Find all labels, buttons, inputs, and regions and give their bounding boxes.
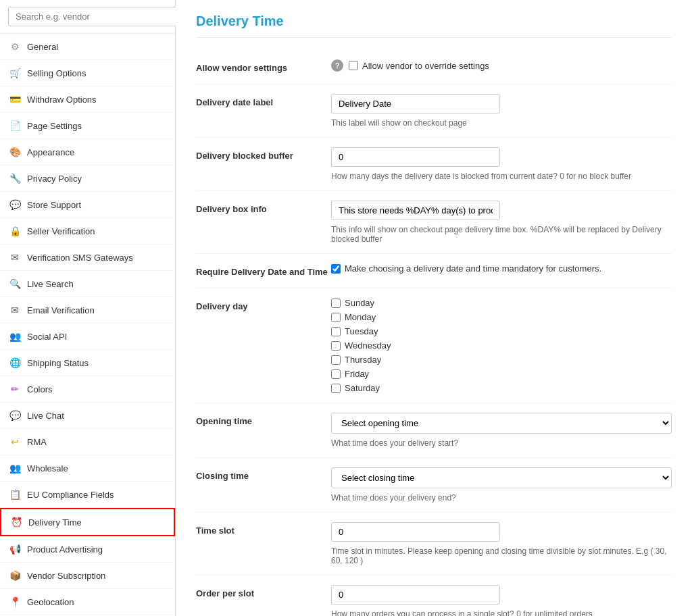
delivery-date-label-label: Delivery date label xyxy=(196,94,331,109)
sidebar-item-social-api[interactable]: 👥Social API xyxy=(0,324,175,350)
sidebar-item-label-appearance: Appearance xyxy=(27,147,74,157)
time-slot-input[interactable] xyxy=(331,522,500,542)
form-row-delivery-day: Delivery day SundayMondayTuesdayWednesda… xyxy=(196,288,672,403)
delivery-box-info-hint: This info will show on checkout page del… xyxy=(331,225,672,244)
form-row-closing-time: Closing time Select closing time What ti… xyxy=(196,458,672,513)
sidebar-item-geolocation[interactable]: 📍Geolocation xyxy=(0,589,175,615)
sidebar-item-live-search[interactable]: 🔍Live Search xyxy=(0,271,175,297)
allow-vendor-field: ? Allow vendor to override settings xyxy=(331,59,672,72)
delivery-time-icon: ⏰ xyxy=(9,515,23,529)
form-row-delivery-blocked-buffer: Delivery blocked buffer How many days th… xyxy=(196,138,672,191)
day-checkbox-monday[interactable] xyxy=(331,313,341,322)
sidebar-item-verification-sms[interactable]: ✉Verification SMS Gateways xyxy=(0,245,175,271)
day-text-thursday: Thursday xyxy=(345,355,381,365)
email-verification-icon: ✉ xyxy=(8,303,22,317)
closing-time-select[interactable]: Select closing time xyxy=(331,467,672,488)
day-checkbox-saturday[interactable] xyxy=(331,384,341,393)
delivery-date-label-hint: This label will show on checkout page xyxy=(331,118,672,128)
sidebar-item-label-eu-compliance: EU Compliance Fields xyxy=(27,490,114,500)
sidebar-item-label-live-chat: Live Chat xyxy=(27,411,64,421)
sidebar-item-rma[interactable]: ↩RMA xyxy=(0,429,175,455)
form-row-time-slot: Time slot Time slot in minutes. Please k… xyxy=(196,513,672,575)
form-row-order-per-slot: Order per slot How many orders you can p… xyxy=(196,575,672,616)
eu-compliance-icon: 📋 xyxy=(8,488,22,501)
opening-time-select[interactable]: Select opening time xyxy=(331,413,672,434)
sidebar-item-privacy-policy[interactable]: 🔧Privacy Policy xyxy=(0,165,175,192)
sidebar-item-withdraw-options[interactable]: 💳Withdraw Options xyxy=(0,86,175,113)
day-checkbox-sunday[interactable] xyxy=(331,299,341,308)
delivery-box-info-label: Delivery box info xyxy=(196,201,331,215)
sidebar-item-label-social-api: Social API xyxy=(27,332,67,342)
delivery-day-field: SundayMondayTuesdayWednesdayThursdayFrid… xyxy=(331,298,672,393)
allow-vendor-checkbox[interactable] xyxy=(349,61,358,70)
sidebar-item-delivery-time[interactable]: ⏰Delivery Time xyxy=(0,508,175,536)
day-checkbox-friday[interactable] xyxy=(331,369,341,379)
require-delivery-checkbox-label[interactable]: Make choosing a delivery date and time m… xyxy=(331,263,672,274)
day-checkboxes: SundayMondayTuesdayWednesdayThursdayFrid… xyxy=(331,298,672,393)
main-content: Delivery Time Allow vendor settings ? Al… xyxy=(176,0,692,616)
product-advertising-icon: 📢 xyxy=(8,542,22,556)
live-search-icon: 🔍 xyxy=(8,277,22,290)
sidebar-item-label-email-verification: Email Verification xyxy=(27,305,95,315)
require-delivery-checkbox-text: Make choosing a delivery date and time m… xyxy=(345,263,601,274)
sidebar-search-container xyxy=(0,0,175,34)
sidebar-item-label-privacy-policy: Privacy Policy xyxy=(27,174,82,184)
delivery-blocked-buffer-input[interactable] xyxy=(331,147,500,167)
sidebar-item-label-product-advertising: Product Advertising xyxy=(27,544,103,555)
day-label-wednesday[interactable]: Wednesday xyxy=(331,340,672,351)
day-label-tuesday[interactable]: Tuesday xyxy=(331,326,672,336)
wholesale-icon: 👥 xyxy=(8,461,22,475)
day-label-saturday[interactable]: Saturday xyxy=(331,383,672,393)
order-per-slot-input[interactable] xyxy=(331,585,500,605)
sidebar-item-product-advertising[interactable]: 📢Product Advertising xyxy=(0,536,175,563)
form-row-require-delivery: Require Delivery Date and Time Make choo… xyxy=(196,254,672,288)
sidebar-item-store-support[interactable]: 💬Store Support xyxy=(0,192,175,218)
day-label-thursday[interactable]: Thursday xyxy=(331,355,672,365)
sidebar-item-label-general: General xyxy=(27,42,58,52)
delivery-blocked-buffer-label: Delivery blocked buffer xyxy=(196,147,331,162)
sidebar-item-appearance[interactable]: 🎨Appearance xyxy=(0,139,175,165)
sidebar-item-page-settings[interactable]: 📄Page Settings xyxy=(0,113,175,139)
page-title: Delivery Time xyxy=(196,14,672,38)
sidebar-item-email-verification[interactable]: ✉Email Verification xyxy=(0,297,175,324)
sidebar-item-general[interactable]: ⚙General xyxy=(0,34,175,60)
order-per-slot-label: Order per slot xyxy=(196,585,331,600)
sidebar-item-wholesale[interactable]: 👥Wholesale xyxy=(0,455,175,482)
sidebar-item-label-live-search: Live Search xyxy=(27,279,74,289)
day-label-friday[interactable]: Friday xyxy=(331,369,672,379)
day-checkbox-tuesday[interactable] xyxy=(331,327,341,336)
sidebar-item-colors[interactable]: ✏Colors xyxy=(0,376,175,403)
require-delivery-checkbox[interactable] xyxy=(331,264,341,274)
form-row-delivery-box-info: Delivery box info This info will show on… xyxy=(196,191,672,254)
appearance-icon: 🎨 xyxy=(8,145,22,159)
sidebar-item-label-page-settings: Page Settings xyxy=(27,121,82,131)
shipping-status-icon: 🌐 xyxy=(8,356,22,369)
sidebar-item-live-chat[interactable]: 💬Live Chat xyxy=(0,403,175,429)
sidebar-item-label-verification-sms: Verification SMS Gateways xyxy=(27,253,133,263)
day-checkbox-wednesday[interactable] xyxy=(331,341,341,351)
delivery-blocked-buffer-hint: How many days the delivery date is block… xyxy=(331,172,672,181)
verification-sms-icon: ✉ xyxy=(8,251,22,264)
sidebar-item-eu-compliance[interactable]: 📋EU Compliance Fields xyxy=(0,482,175,508)
day-checkbox-thursday[interactable] xyxy=(331,355,341,365)
closing-time-hint: What time does your delivery end? xyxy=(331,493,672,503)
opening-time-label: Opening time xyxy=(196,413,331,428)
order-per-slot-hint: How many orders you can process in a sin… xyxy=(331,609,672,616)
search-input[interactable] xyxy=(8,7,177,26)
seller-verification-icon: 🔒 xyxy=(8,224,22,238)
delivery-box-info-input[interactable] xyxy=(331,201,500,220)
day-label-monday[interactable]: Monday xyxy=(331,312,672,322)
delivery-date-label-input[interactable] xyxy=(331,94,500,113)
sidebar-item-selling-options[interactable]: 🛒Selling Options xyxy=(0,60,175,86)
day-label-sunday[interactable]: Sunday xyxy=(331,298,672,308)
sidebar-item-label-delivery-time: Delivery Time xyxy=(28,517,82,528)
sidebar-item-shipping-status[interactable]: 🌐Shipping Status xyxy=(0,350,175,376)
colors-icon: ✏ xyxy=(8,382,22,396)
sidebar-item-seller-verification[interactable]: 🔒Seller Verification xyxy=(0,218,175,245)
allow-vendor-label: Allow vendor settings xyxy=(196,59,331,74)
allow-vendor-checkbox-label[interactable]: Allow vendor to override settings xyxy=(349,61,489,71)
sidebar-item-vendor-subscription[interactable]: 📦Vendor Subscription xyxy=(0,563,175,589)
day-text-sunday: Sunday xyxy=(345,298,374,308)
help-icon[interactable]: ? xyxy=(331,59,343,72)
selling-options-icon: 🛒 xyxy=(8,66,22,80)
